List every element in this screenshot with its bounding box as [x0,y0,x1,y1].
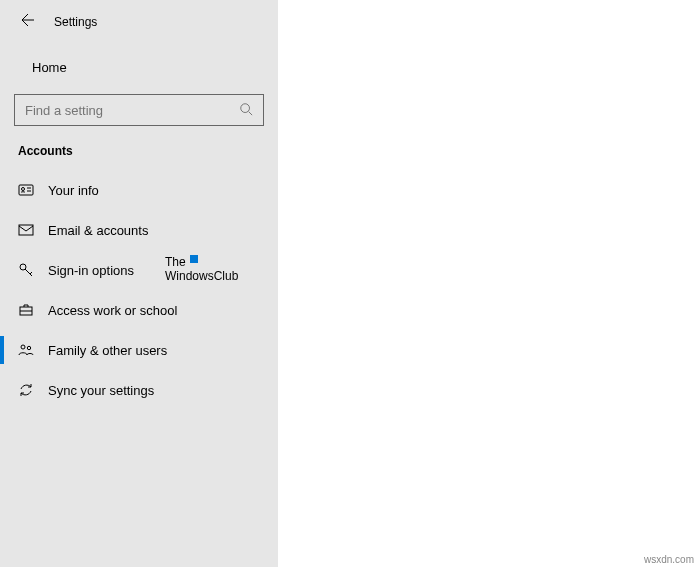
sidebar-item-your-info[interactable]: Your info [0,170,278,210]
sidebar-item-access-work-school[interactable]: Access work or school [0,290,278,330]
sidebar-item-sync-settings[interactable]: Sync your settings [0,370,278,410]
mail-icon [18,222,34,238]
sidebar-item-label: Sign-in options [48,263,134,278]
watermark: The WindowsClub [165,255,238,284]
sidebar-item-label: Access work or school [48,303,177,318]
windowsclub-logo-icon [190,255,198,263]
sidebar: Settings Home Accounts Your info Email &… [0,0,278,567]
sync-icon [18,382,34,398]
svg-point-7 [27,346,30,349]
section-title: Accounts [0,144,278,170]
search-input[interactable] [25,103,239,118]
person-card-icon [18,182,34,198]
sidebar-item-family-other-users[interactable]: Family & other users [0,330,278,370]
sidebar-header: Settings [0,12,278,50]
home-nav[interactable]: Home [0,50,278,84]
svg-point-0 [241,103,250,112]
sidebar-item-label: Your info [48,183,99,198]
sidebar-item-label: Email & accounts [48,223,148,238]
sidebar-item-label: Family & other users [48,343,167,358]
settings-title: Settings [54,15,97,29]
footer-watermark: wsxdn.com [644,554,694,565]
search-icon [239,102,253,119]
back-icon[interactable] [18,12,34,32]
briefcase-icon [18,302,34,318]
svg-point-2 [22,188,25,191]
sidebar-item-email-accounts[interactable]: Email & accounts [0,210,278,250]
svg-rect-1 [19,185,33,195]
sidebar-item-label: Sync your settings [48,383,154,398]
key-icon [18,262,34,278]
svg-rect-3 [19,225,33,235]
people-icon [18,342,34,358]
svg-point-6 [21,345,25,349]
search-input-wrapper[interactable] [14,94,264,126]
home-label: Home [32,60,67,75]
